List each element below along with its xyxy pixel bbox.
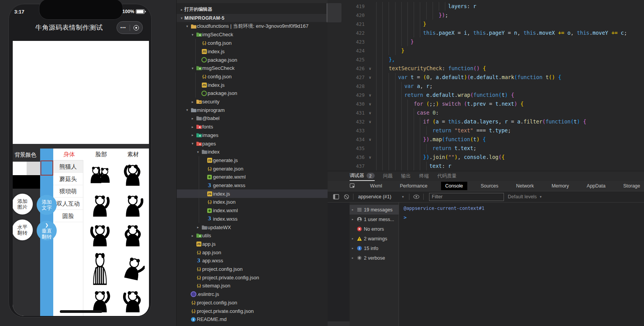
editor-line-433[interactable]: 433return "text" === t.type;: [328, 126, 644, 135]
tree-item-project.private.config.json[interactable]: {..}project.private.config.json: [177, 307, 336, 315]
tree-right-arrow-icon[interactable]: ▸: [190, 100, 195, 104]
tree-right-arrow-icon[interactable]: ▸: [195, 225, 201, 229]
debugger-tab-2[interactable]: 输出: [401, 171, 411, 181]
console-filter-warning[interactable]: ▸2 warnings: [350, 234, 399, 243]
tree-down-arrow-icon[interactable]: ▾: [190, 66, 195, 70]
resize-grip[interactable]: [328, 321, 350, 326]
debugger-tab-1[interactable]: 问题: [383, 171, 393, 181]
tree-item-updateWX[interactable]: ▸updateWX: [177, 223, 347, 231]
tree-right-arrow-icon[interactable]: ▸: [190, 117, 195, 120]
tree-item-project.config.json[interactable]: {..}project.config.json: [177, 299, 336, 307]
tree-item-msgSecCheck[interactable]: ▾msgSecCheck: [177, 64, 341, 73]
sticker-panda-shy[interactable]: [116, 222, 149, 250]
editor-line-427[interactable]: 427∨var t = (0, a.default)(e.default.mar…: [328, 73, 644, 82]
console-output[interactable]: @appservice-current-context#1 >: [399, 203, 644, 326]
console-filter-error[interactable]: No errors: [350, 224, 399, 234]
tree-item-.eslintrc.js[interactable]: .eslintrc.js: [177, 290, 336, 299]
tree-right-arrow-icon[interactable]: ▸: [179, 8, 184, 12]
fold-chevron-icon[interactable]: ∨: [366, 64, 374, 73]
log-levels-dropdown[interactable]: Default levels ▼: [508, 194, 542, 199]
editor-line-436[interactable]: 436∨}).join(""), console.log({: [328, 153, 644, 162]
tree-item-fonts[interactable]: ▸Afonts: [177, 123, 341, 131]
editor-line-429[interactable]: 429∨return e.default.wrap(function(t) {: [328, 91, 644, 100]
fold-chevron-icon[interactable]: ∨: [366, 135, 374, 144]
editor-line-424[interactable]: 424}: [328, 46, 644, 55]
clear-console-icon[interactable]: [344, 194, 349, 199]
tree-item-images[interactable]: ▸images: [177, 131, 341, 140]
expand-arrow-icon[interactable]: ▸: [352, 256, 355, 260]
fold-chevron-icon[interactable]: ∨: [366, 91, 374, 100]
console-filter-user[interactable]: ▸1 user mess...: [350, 215, 399, 224]
close-target-icon[interactable]: [134, 25, 139, 30]
devtools-tab-network[interactable]: Network: [512, 182, 538, 190]
devtools-tab-wxml[interactable]: Wxml: [366, 182, 386, 190]
category-item-0[interactable]: 熊猫人: [53, 160, 83, 173]
tree-item-imgSecCheck[interactable]: ▾imgSecCheck: [177, 30, 341, 39]
tree-item-index[interactable]: ▾index: [177, 148, 347, 156]
expand-arrow-icon[interactable]: ▸: [352, 218, 355, 221]
editor-line-430[interactable]: 430∨for (;;) switch (t.prev = t.next) {: [328, 100, 644, 108]
color-swatch[interactable]: [13, 175, 27, 189]
tree-item-package.json[interactable]: package.json: [177, 56, 347, 64]
devtools-tab-memory[interactable]: Memory: [547, 182, 573, 190]
tree-down-arrow-icon[interactable]: ▾: [190, 33, 195, 37]
console-filter-verbose[interactable]: ▸2 verbose: [350, 253, 399, 263]
tree-item-miniprogram[interactable]: ▾miniprogram: [177, 106, 336, 114]
tree-right-arrow-icon[interactable]: ▸: [190, 234, 195, 238]
flip-vertical-button[interactable]: ❯垂直翻转: [37, 221, 57, 241]
tree-item-@babel[interactable]: ▸@babel: [177, 114, 341, 123]
editor-line-437[interactable]: 437text: r: [328, 162, 644, 171]
tree-down-arrow-icon[interactable]: ▾: [184, 24, 190, 28]
sticker-panda-point[interactable]: [83, 190, 116, 222]
category-item-2[interactable]: 猥琐萌: [53, 185, 83, 198]
context-selector[interactable]: appservice (#1) ▼: [358, 194, 404, 199]
category-item-4[interactable]: 圆脸: [53, 210, 83, 222]
devtools-tab-performance[interactable]: Performance: [396, 182, 432, 190]
fold-chevron-icon[interactable]: ∨: [366, 100, 374, 108]
sticker-panda-flex[interactable]: [116, 287, 149, 316]
tree-item-app.json[interactable]: {..}app.json: [177, 248, 341, 257]
tree-item-index.js[interactable]: JSindex.js: [177, 189, 352, 198]
tree-item-generate.wxml[interactable]: generate.wxml: [177, 173, 352, 181]
live-expression-eye-icon[interactable]: [413, 194, 419, 199]
tree-item-index.js[interactable]: JSindex.js: [177, 81, 347, 89]
explorer-section-1[interactable]: ▾MINIPROGRAM-5: [177, 14, 330, 22]
tree-item-sitemap.json[interactable]: {..}sitemap.json: [177, 282, 341, 290]
tree-item-config.json[interactable]: {..}config.json: [177, 39, 347, 47]
tree-item-project.private.config.json[interactable]: {..}project.private.config.json: [177, 273, 341, 282]
editor-line-426[interactable]: 426∨textSecurityCheck: function() {: [328, 64, 644, 73]
category-item-1[interactable]: 蘑菇头: [53, 173, 83, 185]
expand-arrow-icon[interactable]: ▸: [352, 208, 355, 211]
tree-down-arrow-icon[interactable]: ▾: [190, 142, 195, 145]
sticker-tab-1[interactable]: 脸部: [95, 151, 107, 158]
explorer-section-0[interactable]: ▸打开的编辑器: [177, 5, 330, 14]
fold-chevron-icon[interactable]: ∨: [366, 73, 374, 82]
sidebar-toggle-icon[interactable]: [333, 194, 339, 199]
debugger-tab-4[interactable]: 代码质量: [438, 171, 457, 181]
editor-line-423[interactable]: 423}: [328, 37, 644, 46]
debugger-tab-3[interactable]: 终端: [419, 171, 429, 181]
editor-line-435[interactable]: 435return t.text;: [328, 144, 644, 153]
sticker-panda-pair[interactable]: [83, 160, 116, 190]
tree-item-app.wxss[interactable]: 3app.wxss: [177, 257, 341, 265]
sticker-panda-sweep[interactable]: [116, 250, 149, 287]
color-swatch[interactable]: [27, 162, 41, 175]
tree-item-index.wxss[interactable]: 3index.wxss: [177, 215, 352, 223]
editor-line-434[interactable]: 434∨}).map(function(t) {: [328, 135, 644, 144]
add-image-button[interactable]: 添加图片: [13, 194, 33, 215]
tree-item-app.js[interactable]: JSapp.js: [177, 240, 341, 248]
color-swatch[interactable]: [13, 162, 27, 175]
tree-item-cloudfunctions[interactable]: ▾cloudfunctions | 当前环境: env-3gnovo9mf0f9…: [177, 22, 336, 30]
editor-line-428[interactable]: 428var a, r;: [328, 82, 644, 91]
more-menu-icon[interactable]: •••: [120, 25, 126, 30]
editor-line-421[interactable]: 421}: [328, 20, 644, 29]
console-prompt[interactable]: >: [404, 215, 407, 220]
tree-item-security[interactable]: ▸security: [177, 98, 341, 106]
tree-item-project.config.json[interactable]: {..}project.config.json: [177, 265, 341, 274]
sticker-panda-striped[interactable]: [83, 250, 116, 287]
sticker-panda-slingshot[interactable]: [116, 160, 149, 190]
flip-horizontal-button[interactable]: 水平翻转: [13, 220, 33, 240]
tree-item-README.md[interactable]: iREADME.md: [177, 315, 336, 324]
tree-item-pages[interactable]: ▾pages: [177, 139, 341, 148]
category-item-3[interactable]: 双人互动: [53, 198, 83, 210]
